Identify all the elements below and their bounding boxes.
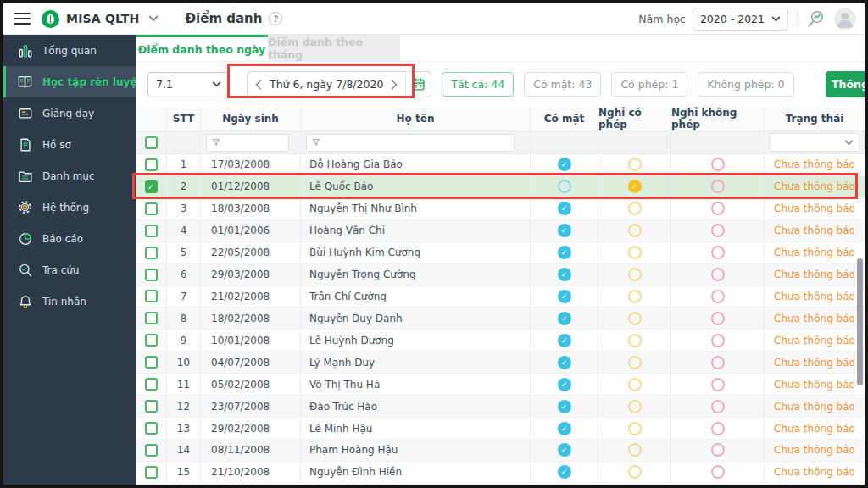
table-row[interactable]: 14 08/11/2008 Phạm Hoàng Hậu ✓ Chưa thôn… [136,440,865,462]
table-row[interactable]: 12 23/07/2008 Đào Trúc Hào ✓ Chưa thông … [136,396,865,418]
row-checkbox[interactable] [145,444,158,457]
unexcused-radio[interactable] [711,224,725,237]
dob-filter-input[interactable] [206,134,289,152]
row-checkbox[interactable] [145,356,158,369]
excused-radio[interactable]: ✓ [628,180,642,193]
table-row[interactable]: ✓ 2 01/12/2008 Lê Quốc Bảo ✓ Chưa thông … [136,176,865,198]
row-checkbox[interactable] [145,378,158,391]
present-radio[interactable] [558,180,571,193]
row-checkbox[interactable] [145,269,158,281]
unexcused-radio[interactable] [711,268,725,281]
present-radio[interactable]: ✓ [558,443,571,457]
vertical-scrollbar[interactable] [857,258,863,385]
notify-button[interactable]: Thông [826,71,865,97]
present-radio[interactable]: ✓ [558,158,571,171]
present-radio[interactable]: ✓ [558,312,571,325]
excused-radio[interactable] [628,158,642,171]
sidebar-item-bao-cao[interactable]: Báo cáo [3,223,136,254]
excused-radio[interactable] [628,268,642,281]
row-checkbox[interactable] [145,466,158,479]
excused-radio[interactable] [628,378,642,391]
table-row[interactable]: 10 04/07/2008 Lý Mạnh Duy ✓ Chưa thông b… [136,352,865,374]
table-row[interactable]: 7 21/02/2008 Trần Chí Cường ✓ Chưa thông… [136,286,865,308]
row-checkbox[interactable] [145,290,158,302]
sidebar-item-tin-nhan[interactable]: Tin nhắn [3,286,136,317]
unexcused-radio[interactable] [711,465,725,479]
table-row[interactable]: 4 01/01/2006 Hoàng Văn Chi ✓ Chưa thông … [136,220,865,242]
row-checkbox[interactable] [145,422,158,435]
row-checkbox[interactable] [145,158,158,171]
hamburger-menu-icon[interactable] [14,13,31,25]
select-all-checkbox[interactable] [145,136,158,149]
excused-radio[interactable] [628,422,642,435]
row-checkbox[interactable]: ✓ [145,180,158,193]
sidebar-item-giang-day[interactable]: Giảng dạy [3,97,136,129]
unexcused-radio[interactable] [711,443,725,457]
chip-tat-ca[interactable]: Tất cả: 44 [442,72,514,97]
excused-radio[interactable] [628,312,642,325]
prev-day-button[interactable] [248,72,270,97]
table-row[interactable]: 15 21/10/2008 Nguyễn Đình Hiền ✓ Chưa th… [136,462,865,484]
row-checkbox[interactable] [145,225,158,237]
table-row[interactable]: 5 22/05/2008 Bùi Huỳnh Kim Cương ✓ Chưa … [136,242,865,264]
present-radio[interactable]: ✓ [558,465,571,479]
table-row[interactable]: 11 05/02/2008 Võ Thị Thu Hà ✓ Chưa thông… [136,374,865,396]
excused-radio[interactable] [628,202,642,215]
chip-co-mat[interactable]: Có mặt: 43 [524,72,601,97]
excused-radio[interactable] [628,443,642,457]
excused-radio[interactable] [628,246,642,259]
search-lookup-icon[interactable] [806,9,826,29]
present-radio[interactable]: ✓ [558,224,571,237]
row-checkbox[interactable] [145,202,158,215]
present-radio[interactable]: ✓ [558,268,571,281]
table-row[interactable]: 9 10/01/2008 Lê Huỳnh Dương ✓ Chưa thông… [136,330,865,352]
excused-radio[interactable] [628,400,642,413]
excused-radio[interactable] [628,290,642,303]
sidebar-item-ho-so[interactable]: Hồ sơ [3,129,136,160]
next-day-button[interactable] [383,72,405,97]
sidebar-item-tra-cuu[interactable]: Tra cứu [3,254,136,286]
present-radio[interactable]: ✓ [558,378,571,391]
help-icon[interactable]: ? [269,12,282,25]
row-checkbox[interactable] [145,334,158,347]
present-radio[interactable]: ✓ [558,422,571,435]
excused-radio[interactable] [628,356,642,369]
sidebar-item-tong-quan[interactable]: Tổng quan [3,35,136,66]
chip-khong-phep[interactable]: Không phép: 0 [698,72,793,97]
row-checkbox[interactable] [145,400,158,413]
table-row[interactable]: 6 29/03/2008 Nguyễn Trọng Cường ✓ Chưa t… [136,264,865,286]
unexcused-radio[interactable] [711,378,725,391]
tab-diem-danh-theo-ngay[interactable]: Điểm danh theo ngày [136,35,268,61]
table-row[interactable]: 1 17/03/2008 Đỗ Hoàng Gia Bảo ✓ Chưa thô… [136,154,865,176]
present-radio[interactable]: ✓ [558,246,571,259]
excused-radio[interactable] [628,465,642,479]
unexcused-radio[interactable] [711,290,725,303]
user-avatar[interactable] [834,8,856,30]
unexcused-radio[interactable] [711,202,725,215]
excused-radio[interactable] [628,334,642,347]
sidebar-item-hoc-tap-ren-luyen[interactable]: Học tập rèn luyện [3,66,136,97]
tab-diem-danh-theo-thang[interactable]: Điểm danh theo tháng [268,35,400,61]
unexcused-radio[interactable] [711,312,725,325]
present-radio[interactable]: ✓ [558,400,571,413]
excused-radio[interactable] [628,224,642,237]
brand-dropdown-chevron-icon[interactable] [148,15,159,22]
sidebar-item-he-thong[interactable]: Hệ thống [3,191,136,223]
row-checkbox[interactable] [145,247,158,259]
row-checkbox[interactable] [145,312,158,324]
unexcused-radio[interactable] [711,246,725,259]
unexcused-radio[interactable] [711,180,725,193]
chip-co-phep[interactable]: Có phép: 1 [611,72,687,97]
sidebar-item-danh-muc[interactable]: Danh mục [3,160,136,191]
table-row[interactable]: 8 18/02/2008 Nguyễn Duy Danh ✓ Chưa thôn… [136,308,865,330]
calendar-icon[interactable] [405,72,431,97]
school-year-select[interactable]: 2020 - 2021 [693,8,788,30]
unexcused-radio[interactable] [711,356,725,369]
present-radio[interactable]: ✓ [558,202,571,215]
present-radio[interactable]: ✓ [558,356,571,369]
unexcused-radio[interactable] [711,400,725,413]
unexcused-radio[interactable] [711,158,725,171]
date-label[interactable]: Thứ 6, ngày 7/8/2020 [270,78,383,91]
present-radio[interactable]: ✓ [558,334,571,347]
present-radio[interactable]: ✓ [558,290,571,303]
